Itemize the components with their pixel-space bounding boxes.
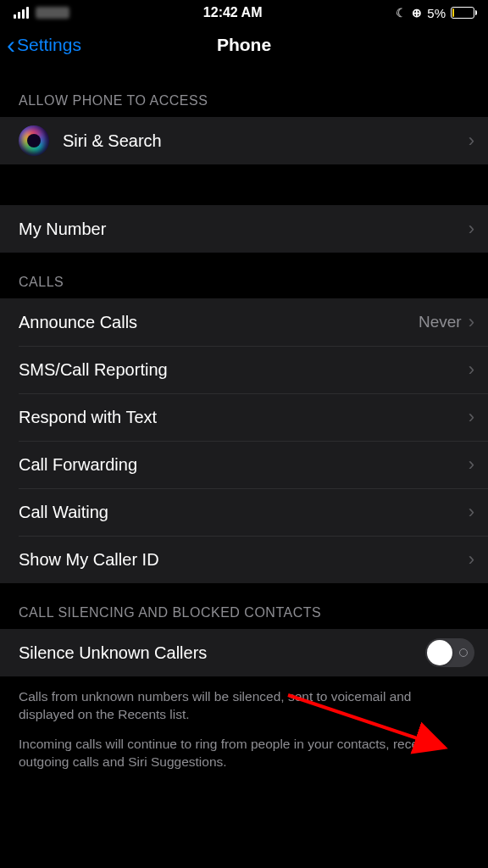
status-bar: 12:42 AM ☾ ⊕ 5% bbox=[0, 0, 488, 24]
status-left bbox=[14, 7, 69, 19]
section-header-calls: CALLS bbox=[0, 253, 488, 298]
cell-label: My Number bbox=[19, 220, 469, 239]
cell-label: Respond with Text bbox=[19, 408, 469, 427]
cell-label: SMS/Call Reporting bbox=[19, 360, 469, 380]
cell-announce-calls[interactable]: Announce Calls Never › bbox=[0, 298, 488, 346]
battery-icon bbox=[451, 7, 474, 19]
status-time: 12:42 AM bbox=[203, 5, 263, 20]
cell-caller-id[interactable]: Show My Caller ID › bbox=[0, 536, 488, 583]
footer-text-1: Calls from unknown numbers will be silen… bbox=[0, 676, 488, 724]
cell-label: Call Forwarding bbox=[19, 455, 469, 475]
cell-silence-unknown[interactable]: Silence Unknown Callers bbox=[0, 629, 488, 676]
chevron-right-icon: › bbox=[469, 548, 474, 570]
section-header-access: ALLOW PHONE TO ACCESS bbox=[0, 66, 488, 117]
section-header-silence: CALL SILENCING AND BLOCKED CONTACTS bbox=[0, 583, 488, 629]
nav-bar: ‹ Settings Phone bbox=[0, 24, 488, 66]
chevron-left-icon: ‹ bbox=[7, 32, 15, 58]
chevron-right-icon: › bbox=[469, 218, 474, 240]
cell-sms-reporting[interactable]: SMS/Call Reporting › bbox=[0, 346, 488, 393]
carrier-name-redacted bbox=[36, 7, 69, 19]
cell-label: Silence Unknown Callers bbox=[19, 643, 425, 663]
back-label: Settings bbox=[17, 35, 81, 55]
cell-siri-search[interactable]: Siri & Search › bbox=[0, 117, 488, 164]
cell-value: Never bbox=[419, 313, 462, 331]
cell-label: Announce Calls bbox=[19, 313, 419, 332]
orientation-lock-icon: ⊕ bbox=[412, 6, 422, 19]
cell-label: Siri & Search bbox=[63, 131, 469, 151]
cell-call-forwarding[interactable]: Call Forwarding › bbox=[0, 441, 488, 488]
chevron-right-icon: › bbox=[469, 453, 474, 476]
chevron-right-icon: › bbox=[469, 311, 474, 333]
siri-icon bbox=[19, 125, 49, 156]
cell-my-number[interactable]: My Number › bbox=[0, 205, 488, 253]
cell-label: Call Waiting bbox=[19, 503, 469, 522]
cellular-signal-icon bbox=[14, 7, 29, 19]
chevron-right-icon: › bbox=[469, 359, 474, 381]
footer-text-2: Incoming calls will continue to ring fro… bbox=[0, 724, 488, 771]
status-right: ☾ ⊕ 5% bbox=[396, 6, 474, 20]
chevron-right-icon: › bbox=[469, 130, 474, 152]
do-not-disturb-icon: ☾ bbox=[396, 6, 407, 19]
cell-label: Show My Caller ID bbox=[19, 550, 469, 570]
chevron-right-icon: › bbox=[469, 501, 474, 523]
silence-toggle[interactable] bbox=[425, 638, 474, 667]
chevron-right-icon: › bbox=[469, 406, 474, 428]
battery-percent: 5% bbox=[427, 6, 446, 20]
cell-respond-text[interactable]: Respond with Text › bbox=[0, 393, 488, 441]
toggle-knob bbox=[427, 640, 452, 665]
toggle-off-indicator-icon bbox=[459, 648, 468, 657]
back-button[interactable]: ‹ Settings bbox=[0, 32, 81, 58]
cell-call-waiting[interactable]: Call Waiting › bbox=[0, 488, 488, 536]
